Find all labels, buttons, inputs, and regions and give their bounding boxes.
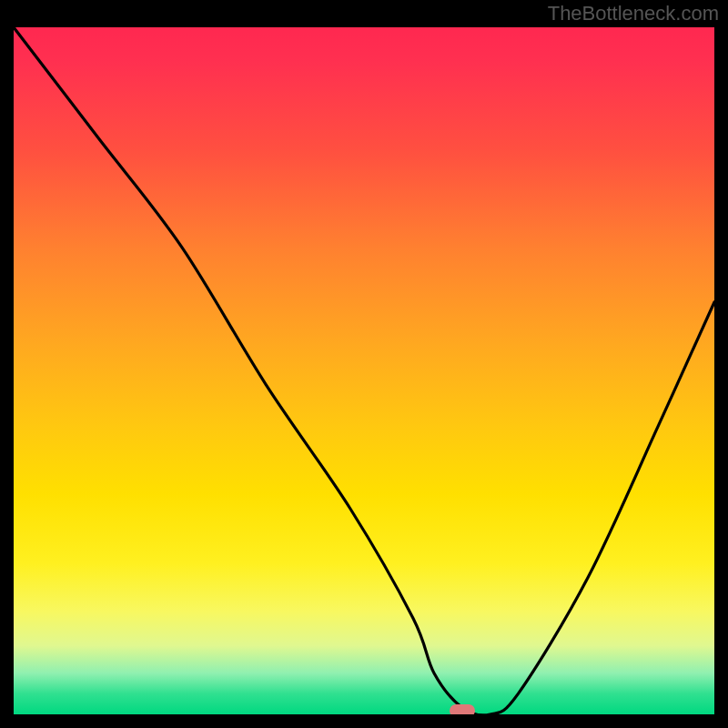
chart-container: TheBottleneck.com	[0, 0, 728, 728]
plot-area	[14, 27, 714, 714]
bottleneck-curve	[14, 27, 714, 714]
watermark-label: TheBottleneck.com	[548, 2, 719, 25]
optimal-marker	[450, 704, 475, 714]
curve-svg	[14, 27, 714, 714]
